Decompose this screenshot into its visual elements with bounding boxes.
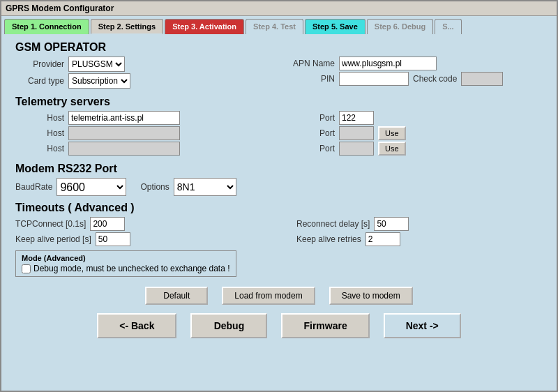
reconnect-label: Reconnect delay [s] (296, 219, 370, 229)
port2-input[interactable] (339, 126, 374, 140)
check-code-label: Check code (413, 74, 457, 84)
port1-input[interactable] (339, 111, 374, 125)
action-buttons: Default Load from modem Save to modem (15, 287, 543, 305)
pin-label: PIN (286, 74, 335, 84)
nav-buttons: <- Back Debug Firmware Next -> (15, 313, 543, 338)
port1-label: Port (286, 113, 335, 123)
host1-label: Host (15, 113, 64, 123)
options-group: Options 8N1 7E1 7O1 (140, 178, 236, 196)
retries-label: Keep alive retries (296, 234, 361, 244)
keep-alive-row: Keep alive period [s] (15, 232, 262, 246)
debug-button[interactable]: Debug (190, 313, 267, 338)
port1-row: Port (286, 111, 543, 125)
window-title: GPRS Modem Configurator (6, 3, 114, 13)
port3-input[interactable] (339, 142, 374, 156)
modem-title: Modem RS232 Port (15, 163, 543, 175)
host1-row: Host (15, 111, 272, 125)
options-label: Options (140, 182, 169, 192)
baud-select[interactable]: 9600 19200 38400 57600 115200 (56, 178, 126, 196)
save-button[interactable]: Save to modem (329, 287, 413, 305)
host2-label: Host (15, 128, 64, 138)
tab-save[interactable]: Step 5. Save (305, 19, 365, 34)
tcp-row: TCPConnect [0.1s] (15, 217, 262, 231)
debug-label: Debug mode, must be unchecked to exchang… (33, 264, 230, 273)
host2-row: Host (15, 126, 272, 140)
port3-row: Port Use (286, 142, 543, 156)
modem-row: BaudRate 9600 19200 38400 57600 115200 O… (15, 178, 543, 196)
main-window: GPRS Modem Configurator Step 1. Connecti… (0, 0, 558, 392)
pin-input[interactable] (339, 72, 409, 86)
keep-alive-label: Keep alive period [s] (15, 234, 91, 244)
host2-input[interactable] (68, 126, 180, 140)
tcp-label: TCPConnect [0.1s] (15, 219, 86, 229)
modem-section: Modem RS232 Port BaudRate 9600 19200 384… (15, 163, 543, 196)
retries-input[interactable] (365, 232, 400, 246)
timeouts-right: Reconnect delay [s] Keep alive retries (282, 217, 543, 246)
tab-test[interactable]: Step 4. Test (246, 19, 303, 34)
telemetry-title: Telemetry servers (15, 96, 543, 108)
apn-label: APN Name (286, 59, 335, 68)
reconnect-row: Reconnect delay [s] (296, 217, 543, 231)
back-button[interactable]: <- Back (97, 313, 176, 338)
mode-title: Mode (Advanced) (22, 254, 86, 262)
pin-row: PIN Check code (286, 72, 543, 86)
gsm-title: GSM OPERATOR (15, 41, 543, 54)
port3-label: Port (286, 144, 335, 153)
timeouts-title: Timeouts ( Advanced ) (15, 202, 543, 214)
tab-bar: Step 1. Connection Step 2. Settings Step… (1, 16, 557, 34)
main-content: GSM OPERATOR Provider PLUSGSM ORANGE ERA… (1, 34, 557, 391)
baud-group: BaudRate 9600 19200 38400 57600 115200 (15, 178, 126, 196)
gsm-right: APN Name PIN Check code (286, 56, 543, 90)
tcp-input[interactable] (90, 217, 125, 231)
provider-select[interactable]: PLUSGSM ORANGE ERA PLAY (68, 56, 125, 72)
provider-label: Provider (15, 59, 64, 69)
reconnect-input[interactable] (374, 217, 409, 231)
tab-activation[interactable]: Step 3. Activation (165, 19, 244, 34)
timeouts-section: Timeouts ( Advanced ) TCPConnect [0.1s] … (15, 202, 543, 277)
timeouts-row: TCPConnect [0.1s] Keep alive period [s] … (15, 217, 543, 246)
host1-input[interactable] (68, 111, 180, 125)
debug-row: Debug mode, must be unchecked to exchang… (22, 264, 230, 273)
tab-settings[interactable]: Step 2. Settings (91, 19, 164, 34)
host3-label: Host (15, 144, 64, 153)
port2-label: Port (286, 128, 335, 138)
card-type-row: Card type Subscription Prepaid (15, 73, 272, 89)
host3-row: Host (15, 142, 272, 156)
gsm-section: GSM OPERATOR Provider PLUSGSM ORANGE ERA… (15, 41, 543, 90)
telemetry-hosts: Host Host Host (15, 111, 272, 157)
telemetry-ports: Port Port Use Port Use (272, 111, 543, 157)
card-type-select[interactable]: Subscription Prepaid (68, 73, 130, 89)
use2-button[interactable]: Use (378, 142, 406, 156)
retries-row: Keep alive retries (296, 232, 543, 246)
use1-button[interactable]: Use (378, 126, 406, 140)
provider-row: Provider PLUSGSM ORANGE ERA PLAY (15, 56, 272, 72)
firmware-button[interactable]: Firmware (281, 313, 369, 338)
check-code-input (461, 72, 503, 86)
card-type-label: Card type (15, 76, 64, 86)
port2-row: Port Use (286, 126, 543, 140)
load-button[interactable]: Load from modem (222, 287, 315, 305)
host3-input[interactable] (68, 142, 180, 156)
tab-s[interactable]: S... (435, 19, 462, 34)
mode-box: Mode (Advanced) Debug mode, must be unch… (15, 250, 236, 277)
default-button[interactable]: Default (145, 287, 208, 305)
apn-row: APN Name (286, 56, 543, 70)
telemetry-cols: Host Host Host Port (15, 111, 543, 157)
keep-alive-input[interactable] (96, 232, 130, 246)
title-bar: GPRS Modem Configurator (1, 1, 557, 16)
tab-connection[interactable]: Step 1. Connection (4, 19, 89, 34)
apn-input[interactable] (339, 56, 437, 70)
tab-debug[interactable]: Step 6. Debug (367, 19, 433, 34)
timeouts-left: TCPConnect [0.1s] Keep alive period [s] (15, 217, 262, 246)
next-button[interactable]: Next -> (384, 313, 461, 338)
debug-checkbox[interactable] (22, 264, 31, 273)
telemetry-section: Telemetry servers Host Host Host (15, 96, 543, 157)
gsm-left: Provider PLUSGSM ORANGE ERA PLAY Card ty… (15, 56, 272, 90)
baud-label: BaudRate (15, 182, 52, 192)
options-select[interactable]: 8N1 7E1 7O1 (174, 178, 236, 196)
